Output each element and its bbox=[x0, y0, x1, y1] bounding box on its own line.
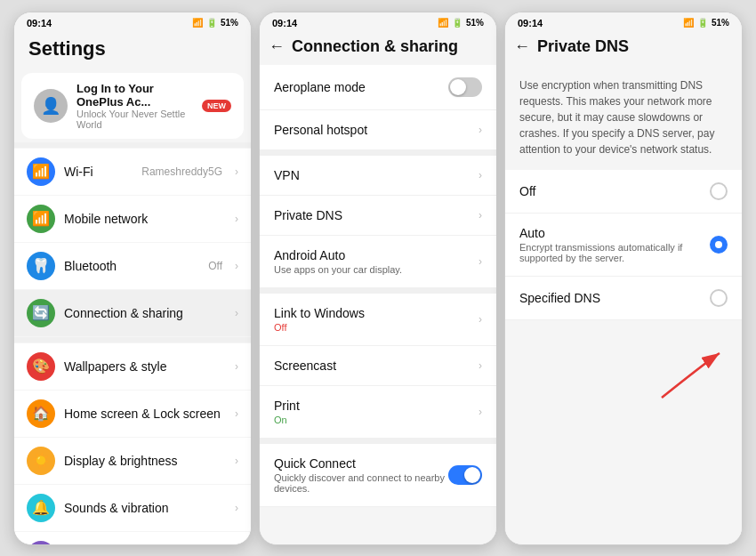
wallpapers-icon: 🎨 bbox=[27, 352, 55, 381]
sidebar-item-connection[interactable]: 🔄 Connection & sharing › bbox=[14, 290, 251, 336]
wifi-value: Rameshreddy5G bbox=[141, 165, 222, 178]
chevron-icon: › bbox=[235, 455, 238, 467]
dns-specified-radio[interactable] bbox=[710, 289, 728, 307]
status-icons-1: 📶 🔋 51% bbox=[192, 18, 238, 28]
print-label: Print bbox=[274, 399, 479, 413]
conn-print[interactable]: Print On › bbox=[260, 386, 496, 439]
quickconnect-text: Quick Connect Quickly discover and conne… bbox=[274, 456, 448, 494]
chevron-icon: › bbox=[479, 124, 482, 136]
dns-content: ← Private DNS Use encryption when transm… bbox=[505, 30, 742, 544]
settings-panel: 09:14 📶 🔋 51% Settings 👤 Log In to Your … bbox=[13, 12, 252, 545]
mobile-label: Mobile network bbox=[64, 212, 226, 226]
sounds-icon: 🔔 bbox=[27, 494, 55, 522]
bluetooth-value: Off bbox=[208, 260, 222, 272]
print-text: Print On bbox=[274, 399, 479, 425]
conn-quickconnect[interactable]: Quick Connect Quickly discover and conne… bbox=[260, 444, 496, 507]
divider2 bbox=[14, 337, 251, 342]
dns-option-specified[interactable]: Specified DNS bbox=[505, 277, 742, 320]
back-arrow-conn[interactable]: ← bbox=[269, 37, 285, 56]
conn-dns[interactable]: Private DNS › bbox=[260, 196, 496, 236]
screencast-label: Screencast bbox=[274, 359, 479, 373]
androidauto-text: Android Auto Use apps on your car displa… bbox=[274, 248, 479, 275]
status-bar-2: 09:14 📶 🔋 51% bbox=[260, 12, 496, 30]
battery-icon: 🔋 bbox=[206, 18, 217, 28]
chevron-icon: › bbox=[479, 169, 482, 181]
sidebar-item-homescreen[interactable]: 🏠 Home screen & Lock screen › bbox=[14, 391, 251, 437]
status-icons-3: 📶 🔋 51% bbox=[683, 18, 729, 28]
aeroplane-label: Aeroplane mode bbox=[274, 80, 448, 94]
time-3: 09:14 bbox=[518, 18, 543, 28]
linkwindows-sub: Off bbox=[274, 322, 479, 333]
time-2: 09:14 bbox=[272, 18, 297, 28]
connection-panel: 09:14 📶 🔋 51% ← Connection & sharing Aer… bbox=[259, 12, 497, 545]
dns-description: Use encryption when transmitting DNS req… bbox=[505, 65, 742, 170]
chevron-icon: › bbox=[479, 255, 482, 268]
linkwindows-text: Link to Windows Off bbox=[274, 306, 479, 333]
sidebar-item-wallpapers[interactable]: 🎨 Wallpapers & style › bbox=[14, 343, 251, 390]
settings-content: Settings 👤 Log In to Your OnePlus Ac... … bbox=[14, 30, 251, 544]
chevron-icon: › bbox=[235, 360, 238, 373]
androidauto-label: Android Auto bbox=[274, 248, 479, 262]
battery-icon3: 🔋 bbox=[697, 18, 708, 28]
chevron-icon: › bbox=[235, 307, 238, 319]
time-1: 09:14 bbox=[27, 18, 52, 28]
chevron-icon: › bbox=[479, 313, 482, 326]
dns-off-text: Off bbox=[519, 184, 710, 198]
back-arrow-dns[interactable]: ← bbox=[514, 37, 530, 56]
conn-screencast[interactable]: Screencast › bbox=[260, 346, 496, 386]
wifi-status-icon2: 📶 bbox=[438, 18, 448, 28]
sidebar-item-mobile[interactable]: 📶 Mobile network › bbox=[14, 196, 251, 242]
sidebar-item-display[interactable]: ☀️ Display & brightness › bbox=[14, 438, 251, 484]
hotspot-text: Personal hotspot bbox=[274, 123, 479, 137]
dns-off-radio[interactable] bbox=[710, 182, 728, 200]
profile-sub: Unlock Your Never Settle World bbox=[76, 109, 193, 130]
sidebar-item-wifi[interactable]: 📶 Wi-Fi Rameshreddy5G › bbox=[14, 149, 251, 195]
profile-text: Log In to Your OnePlus Ac... Unlock Your… bbox=[76, 82, 193, 130]
quickconnect-toggle[interactable] bbox=[448, 465, 482, 485]
conn-linkwindows[interactable]: Link to Windows Off › bbox=[260, 294, 496, 346]
connection-content: ← Connection & sharing Aeroplane mode Pe… bbox=[260, 30, 496, 544]
display-label: Display & brightness bbox=[64, 454, 226, 468]
dns-option-off[interactable]: Off bbox=[505, 170, 742, 214]
chevron-icon: › bbox=[479, 359, 482, 372]
aeroplane-toggle[interactable] bbox=[448, 77, 482, 97]
dns-text: Private DNS bbox=[274, 208, 479, 222]
connection-title: Connection & sharing bbox=[292, 37, 458, 56]
chevron-icon: › bbox=[235, 502, 238, 514]
dns-auto-radio[interactable] bbox=[710, 236, 728, 254]
hotspot-label: Personal hotspot bbox=[274, 123, 479, 137]
battery-pct-3: 51% bbox=[712, 18, 729, 28]
dns-specified-label: Specified DNS bbox=[519, 291, 710, 305]
dns-panel: 09:14 📶 🔋 51% ← Private DNS Use encrypti… bbox=[504, 12, 743, 545]
settings-title: Settings bbox=[14, 30, 251, 69]
wifi-icon: 📶 bbox=[27, 157, 55, 186]
profile-item[interactable]: 👤 Log In to Your OnePlus Ac... Unlock Yo… bbox=[21, 73, 244, 139]
dns-specified-text: Specified DNS bbox=[519, 291, 710, 305]
dns-header: ← Private DNS bbox=[505, 30, 742, 65]
dns-auto-label: Auto bbox=[519, 226, 710, 240]
dns-label: Private DNS bbox=[274, 208, 479, 222]
conn-aeroplane[interactable]: Aeroplane mode bbox=[260, 65, 496, 110]
sidebar-item-notification[interactable]: 🔔 Notification & status bar › bbox=[14, 532, 251, 544]
conn-vpn[interactable]: VPN › bbox=[260, 156, 496, 196]
wifi-status-icon3: 📶 bbox=[683, 18, 694, 28]
sidebar-item-bluetooth[interactable]: 🦷 Bluetooth Off › bbox=[14, 243, 251, 289]
wifi-status-icon: 📶 bbox=[192, 18, 203, 28]
quickconnect-label: Quick Connect bbox=[274, 456, 448, 471]
battery-pct-2: 51% bbox=[466, 18, 484, 28]
new-badge: NEW bbox=[202, 100, 231, 112]
screencast-text: Screencast bbox=[274, 359, 479, 373]
print-sub: On bbox=[274, 415, 479, 425]
conn-androidauto[interactable]: Android Auto Use apps on your car displa… bbox=[260, 236, 496, 288]
battery-icon2: 🔋 bbox=[452, 18, 462, 28]
bluetooth-label: Bluetooth bbox=[64, 259, 199, 273]
chevron-icon: › bbox=[479, 406, 482, 418]
androidauto-sub: Use apps on your car display. bbox=[274, 264, 479, 275]
sidebar-item-sounds[interactable]: 🔔 Sounds & vibration › bbox=[14, 485, 251, 531]
display-icon: ☀️ bbox=[27, 447, 55, 475]
conn-hotspot[interactable]: Personal hotspot › bbox=[260, 110, 496, 150]
chevron-icon: › bbox=[235, 407, 238, 420]
dns-option-auto[interactable]: Auto Encrypt transmissions automatically… bbox=[505, 214, 742, 277]
dns-title: Private DNS bbox=[537, 37, 629, 56]
wallpapers-label: Wallpapers & style bbox=[64, 359, 226, 374]
